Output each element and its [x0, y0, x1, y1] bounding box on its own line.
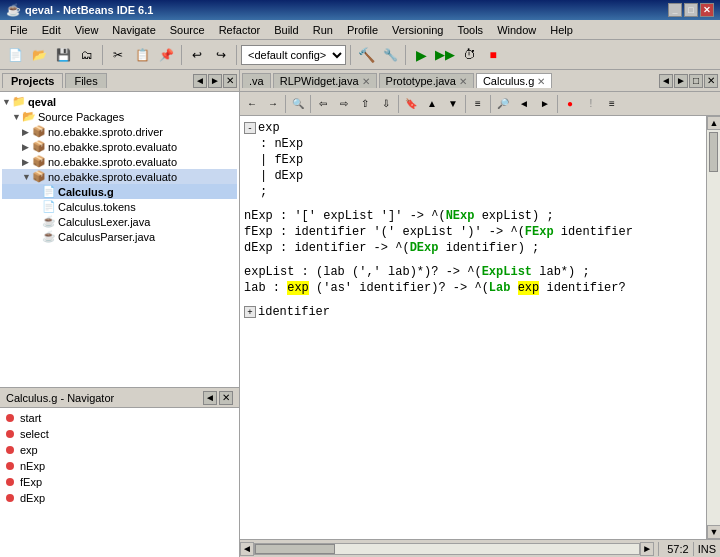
menu-view[interactable]: View: [69, 23, 105, 37]
menu-tools[interactable]: Tools: [451, 23, 489, 37]
tree-item-calculus-parser[interactable]: ☕ CalculusParser.java: [2, 229, 237, 244]
menu-source[interactable]: Source: [164, 23, 211, 37]
save-button[interactable]: 💾: [52, 44, 74, 66]
tree-item-calculus-lexer[interactable]: ☕ CalculusLexer.java: [2, 214, 237, 229]
hscroll-left[interactable]: ◄: [240, 542, 254, 556]
config-select[interactable]: <default config>: [241, 45, 346, 65]
tree-item-qeval[interactable]: ▼ 📁 qeval: [2, 94, 237, 109]
ed-bookmark-next[interactable]: ▼: [443, 94, 463, 114]
editor-tab-prev[interactable]: ◄: [659, 74, 673, 88]
menu-window[interactable]: Window: [491, 23, 542, 37]
nav-close[interactable]: ✕: [219, 391, 233, 405]
ed-last-btn[interactable]: ≡: [602, 94, 622, 114]
tab-projects[interactable]: Projects: [2, 73, 63, 88]
tab-rlpwidget[interactable]: RLPWidget.java ✕: [273, 73, 377, 88]
redo-button[interactable]: ↪: [210, 44, 232, 66]
tab-va[interactable]: .va: [242, 73, 271, 88]
proj-tab-prev[interactable]: ◄: [193, 74, 207, 88]
sep3: [236, 45, 237, 65]
ed-back-button[interactable]: ←: [242, 94, 262, 114]
ed-btn2[interactable]: ⇨: [334, 94, 354, 114]
vertical-scrollbar[interactable]: ▲ ▼: [706, 116, 720, 539]
ed-btn4[interactable]: ⇩: [376, 94, 396, 114]
ed-search-button[interactable]: 🔍: [288, 94, 308, 114]
ed-hint-button[interactable]: !: [581, 94, 601, 114]
hscroll-thumb[interactable]: [255, 544, 335, 554]
tree-item-pkg1[interactable]: ▶ 📦 no.ebakke.sproto.driver: [2, 124, 237, 139]
ed-bookmark-prev[interactable]: ▲: [422, 94, 442, 114]
collapse-exp-btn[interactable]: -: [244, 122, 256, 134]
ed-toggle-btn[interactable]: ≡: [468, 94, 488, 114]
nav-item-nexp[interactable]: nExp: [2, 458, 237, 474]
ed-stop-button[interactable]: ●: [560, 94, 580, 114]
nav-item-start[interactable]: start: [2, 410, 237, 426]
nav-item-select[interactable]: select: [2, 426, 237, 442]
menu-navigate[interactable]: Navigate: [106, 23, 161, 37]
ed-find-prev[interactable]: ◄: [514, 94, 534, 114]
ed-forward-button[interactable]: →: [263, 94, 283, 114]
tab-calculus-g-close[interactable]: ✕: [537, 76, 545, 87]
ed-sep6: [557, 95, 558, 113]
scroll-up-button[interactable]: ▲: [707, 116, 720, 130]
scroll-down-button[interactable]: ▼: [707, 525, 720, 539]
menu-run[interactable]: Run: [307, 23, 339, 37]
ed-btn1[interactable]: ⇦: [313, 94, 333, 114]
hscroll-right[interactable]: ►: [640, 542, 654, 556]
collapse-identifier-btn[interactable]: +: [244, 306, 256, 318]
nav-toggle[interactable]: ◄: [203, 391, 217, 405]
hscroll-track[interactable]: [254, 543, 640, 555]
nav-item-exp[interactable]: exp: [2, 442, 237, 458]
proj-tab-close[interactable]: ✕: [223, 74, 237, 88]
code-editor[interactable]: - exp : nExp | fExp | dExp ;: [240, 116, 706, 539]
scroll-thumb[interactable]: [709, 132, 718, 172]
cut-button[interactable]: ✂: [107, 44, 129, 66]
menu-versioning[interactable]: Versioning: [386, 23, 449, 37]
editor-tab-maximize[interactable]: □: [689, 74, 703, 88]
tree-item-source[interactable]: ▼ 📂 Source Packages: [2, 109, 237, 124]
stop-button[interactable]: ■: [482, 44, 504, 66]
copy-button[interactable]: 📋: [131, 44, 153, 66]
minimize-button[interactable]: _: [668, 3, 682, 17]
tree-item-pkg3[interactable]: ▶ 📦 no.ebakke.sproto.evaluato: [2, 154, 237, 169]
save-all-button[interactable]: 🗂: [76, 44, 98, 66]
close-button[interactable]: ✕: [700, 3, 714, 17]
tab-rlpwidget-close[interactable]: ✕: [362, 76, 370, 87]
editor-tab-close[interactable]: ✕: [704, 74, 718, 88]
tab-files[interactable]: Files: [65, 73, 106, 88]
debug-button[interactable]: ▶▶: [434, 44, 456, 66]
ed-find-next[interactable]: ►: [535, 94, 555, 114]
tab-calculus-g[interactable]: Calculus.g ✕: [476, 73, 552, 88]
menu-profile[interactable]: Profile: [341, 23, 384, 37]
sep1: [102, 45, 103, 65]
ed-btn3[interactable]: ⇧: [355, 94, 375, 114]
project-tabs: Projects Files ◄ ► ✕: [0, 70, 239, 92]
menu-build[interactable]: Build: [268, 23, 304, 37]
maximize-button[interactable]: □: [684, 3, 698, 17]
build-button[interactable]: 🔨: [355, 44, 377, 66]
tab-prototype[interactable]: Prototype.java ✕: [379, 73, 474, 88]
tree-item-pkg2[interactable]: ▶ 📦 no.ebakke.sproto.evaluato: [2, 139, 237, 154]
tree-item-calculus-g[interactable]: 📄 Calculus.g: [2, 184, 237, 199]
clean-build-button[interactable]: 🔧: [379, 44, 401, 66]
nav-item-fexp[interactable]: fExp: [2, 474, 237, 490]
run-button[interactable]: ▶: [410, 44, 432, 66]
editor-tab-next[interactable]: ►: [674, 74, 688, 88]
tab-prototype-close[interactable]: ✕: [459, 76, 467, 87]
menu-edit[interactable]: Edit: [36, 23, 67, 37]
scroll-track[interactable]: [707, 130, 720, 525]
profile-button[interactable]: ⏱: [458, 44, 480, 66]
new-button[interactable]: 📄: [4, 44, 26, 66]
nav-item-dexp[interactable]: dExp: [2, 490, 237, 506]
menu-file[interactable]: File: [4, 23, 34, 37]
tree-item-calculus-tokens[interactable]: 📄 Calculus.tokens: [2, 199, 237, 214]
tree-item-pkg4[interactable]: ▼ 📦 no.ebakke.sproto.evaluato: [2, 169, 237, 184]
ed-find-button[interactable]: 🔎: [493, 94, 513, 114]
undo-button[interactable]: ↩: [186, 44, 208, 66]
paste-button[interactable]: 📌: [155, 44, 177, 66]
toolbar: 📄 📂 💾 🗂 ✂ 📋 📌 ↩ ↪ <default config> 🔨 🔧 ▶…: [0, 40, 720, 70]
proj-tab-next[interactable]: ►: [208, 74, 222, 88]
ed-bookmark-button[interactable]: 🔖: [401, 94, 421, 114]
open-button[interactable]: 📂: [28, 44, 50, 66]
menu-refactor[interactable]: Refactor: [213, 23, 267, 37]
menu-help[interactable]: Help: [544, 23, 579, 37]
